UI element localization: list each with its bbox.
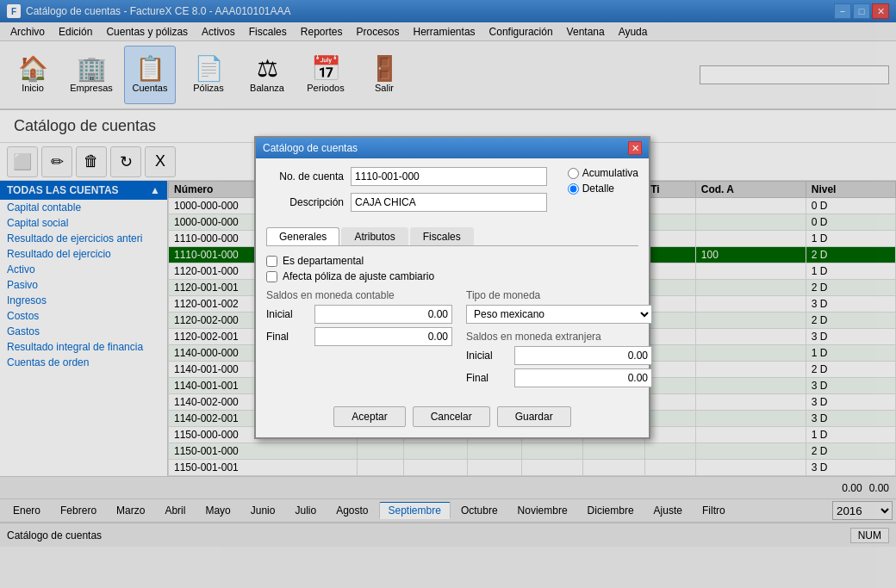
- final-extranjera-row: Final: [466, 368, 652, 387]
- final-contable-input[interactable]: [314, 327, 452, 346]
- inicial-extranjera-input[interactable]: [514, 346, 652, 365]
- inicial-extranjera-label: Inicial: [466, 350, 509, 362]
- dialog-title-bar: Catálogo de cuentas ✕: [256, 138, 649, 158]
- cancelar-button[interactable]: Cancelar: [413, 406, 490, 427]
- final-contable-label: Final: [266, 331, 309, 343]
- radio-acumulativa-input[interactable]: [568, 168, 579, 179]
- descripcion-input[interactable]: [351, 193, 547, 212]
- final-extranjera-label: Final: [466, 372, 509, 384]
- checkbox-ajuste-label: Afecta póliza de ajuste cambiario: [283, 270, 434, 282]
- radio-acumulativa[interactable]: Acumulativa: [568, 167, 638, 179]
- checkbox-departamental: Es departamental: [266, 255, 638, 267]
- guardar-button[interactable]: Guardar: [497, 406, 571, 427]
- radio-detalle-label: Detalle: [582, 183, 614, 195]
- dialog-title-text: Catálogo de cuentas: [263, 142, 358, 154]
- no-cuenta-input[interactable]: [351, 167, 547, 186]
- descripcion-row: Descripción: [266, 193, 547, 212]
- inicial-contable-input[interactable]: [314, 305, 452, 324]
- checkbox-ajuste: Afecta póliza de ajuste cambiario: [266, 270, 638, 282]
- radio-detalle[interactable]: Detalle: [568, 183, 638, 195]
- dialog-buttons: Aceptar Cancelar Guardar: [256, 399, 649, 437]
- dialog-tabs: Generales Atributos Fiscales: [266, 227, 638, 246]
- col-contable: Saldos en moneda contable Inicial Final: [266, 289, 452, 391]
- descripcion-label: Descripción: [266, 196, 344, 208]
- tipo-radio-group: Acumulativa Detalle: [568, 167, 638, 195]
- radio-acumulativa-label: Acumulativa: [582, 167, 638, 179]
- checkbox-departamental-input[interactable]: [266, 256, 277, 267]
- tipo-moneda-label: Tipo de moneda: [466, 289, 652, 301]
- tab-generales-content: Es departamental Afecta póliza de ajuste…: [266, 255, 638, 391]
- checkbox-ajuste-input[interactable]: [266, 271, 277, 282]
- final-extranjera-input[interactable]: [514, 368, 652, 387]
- final-contable-row: Final: [266, 327, 452, 346]
- tab-atributos[interactable]: Atributos: [341, 227, 408, 245]
- col-extranjera: Tipo de moneda Peso mexicano Dólar Euro …: [466, 289, 652, 391]
- radio-detalle-input[interactable]: [568, 183, 579, 195]
- two-col-section: Saldos en moneda contable Inicial Final …: [266, 289, 638, 391]
- dialog-close-button[interactable]: ✕: [628, 141, 642, 155]
- dialog: Catálogo de cuentas ✕ No. de cuenta Desc…: [254, 136, 650, 439]
- saldos-extranjera-title: Saldos en moneda extranjera: [466, 331, 652, 343]
- no-cuenta-row: No. de cuenta: [266, 167, 547, 186]
- tab-generales[interactable]: Generales: [266, 227, 339, 245]
- aceptar-button[interactable]: Aceptar: [333, 406, 405, 427]
- inicial-contable-row: Inicial: [266, 305, 452, 324]
- dialog-body: No. de cuenta Descripción Acumulativa: [256, 158, 649, 399]
- inicial-contable-label: Inicial: [266, 308, 309, 320]
- no-cuenta-label: No. de cuenta: [266, 170, 344, 183]
- inicial-extranjera-row: Inicial: [466, 346, 652, 365]
- checkbox-departamental-label: Es departamental: [283, 255, 364, 267]
- tab-fiscales[interactable]: Fiscales: [410, 227, 474, 245]
- tipo-moneda-select[interactable]: Peso mexicano Dólar Euro: [466, 305, 652, 324]
- saldos-contable-title: Saldos en moneda contable: [266, 289, 452, 301]
- modal-overlay: Catálogo de cuentas ✕ No. de cuenta Desc…: [0, 0, 896, 588]
